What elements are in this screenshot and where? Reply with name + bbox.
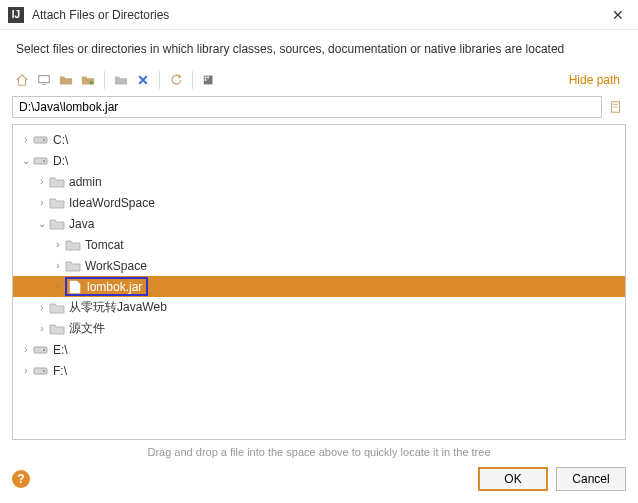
app-icon: IJ [8,7,24,23]
tree-row[interactable]: ›E:\ [13,339,625,360]
show-hidden-icon[interactable] [199,70,219,90]
tree-item-label: C:\ [53,133,68,147]
chevron-right-icon[interactable]: › [19,344,33,355]
chevron-right-icon[interactable]: › [19,365,33,376]
tree-item-label: IdeaWordSpace [69,196,155,210]
separator [104,71,105,89]
folder-icon [65,238,81,252]
drive-icon [33,154,49,168]
svg-point-15 [43,349,45,351]
desktop-icon[interactable] [34,70,54,90]
chevron-down-icon[interactable]: ⌄ [35,218,49,229]
svg-point-11 [43,139,45,141]
chevron-right-icon[interactable]: › [35,197,49,208]
svg-point-17 [43,370,45,372]
tree-item-label: admin [69,175,102,189]
tree-item-label: WorkSpace [85,259,147,273]
chevron-right-icon[interactable]: › [19,134,33,145]
tree-row[interactable]: ›lombok.jar [13,276,625,297]
hide-path-link[interactable]: Hide path [569,73,626,87]
svg-rect-12 [34,158,47,164]
svg-rect-16 [34,368,47,374]
toolbar: Hide path [0,66,638,96]
svg-rect-0 [39,76,50,83]
chevron-down-icon[interactable]: ⌄ [19,155,33,166]
path-row [0,96,638,124]
path-input[interactable] [12,96,602,118]
ok-button[interactable]: OK [478,467,548,491]
tree-row[interactable]: ›源文件 [13,318,625,339]
tree-row[interactable]: ›C:\ [13,129,625,150]
svg-point-13 [43,160,45,162]
chevron-right-icon[interactable]: › [51,281,65,292]
svg-rect-14 [34,347,47,353]
svg-rect-10 [34,137,47,143]
dialog-subtitle: Select files or directories in which lib… [0,30,638,66]
folder-icon [49,217,65,231]
new-folder-icon[interactable] [111,70,131,90]
tree-item-label: 源文件 [69,320,105,337]
drive-icon [33,133,49,147]
chevron-right-icon[interactable]: › [35,323,49,334]
tree-item-label: 从零玩转JavaWeb [69,299,167,316]
delete-icon[interactable] [133,70,153,90]
drive-icon [33,364,49,378]
tree-item-label: F:\ [53,364,67,378]
chevron-right-icon[interactable]: › [51,260,65,271]
selection-highlight: lombok.jar [65,277,148,296]
tree-row[interactable]: ›admin [13,171,625,192]
tree-row[interactable]: ›从零玩转JavaWeb [13,297,625,318]
window-title: Attach Files or Directories [32,8,606,22]
tree-row[interactable]: ⌄D:\ [13,150,625,171]
cancel-button[interactable]: Cancel [556,467,626,491]
close-icon[interactable]: ✕ [606,7,630,23]
svg-rect-4 [205,77,207,79]
separator [159,71,160,89]
titlebar: IJ Attach Files or Directories ✕ [0,0,638,30]
folder-icon [49,322,65,336]
tree-row[interactable]: ⌄Java [13,213,625,234]
tree-item-label: D:\ [53,154,68,168]
folder-icon [49,301,65,315]
svg-point-2 [90,81,94,85]
svg-rect-5 [207,77,209,79]
tree-item-label: lombok.jar [87,280,142,294]
chevron-right-icon[interactable]: › [51,239,65,250]
tree-item-label: E:\ [53,343,68,357]
separator [192,71,193,89]
project-folder-icon[interactable] [56,70,76,90]
history-icon[interactable] [606,97,626,117]
home-icon[interactable] [12,70,32,90]
drag-drop-hint: Drag and drop a file into the space abov… [0,440,638,461]
footer: ? OK Cancel [0,461,638,501]
module-folder-icon[interactable] [78,70,98,90]
drive-icon [33,343,49,357]
tree-item-label: Tomcat [85,238,124,252]
tree-row[interactable]: ›IdeaWordSpace [13,192,625,213]
tree-row[interactable]: ›WorkSpace [13,255,625,276]
folder-icon [65,259,81,273]
help-icon[interactable]: ? [12,470,30,488]
file-tree[interactable]: ›C:\⌄D:\›admin›IdeaWordSpace⌄Java›Tomcat… [12,124,626,440]
chevron-right-icon[interactable]: › [35,302,49,313]
tree-row[interactable]: ›Tomcat [13,234,625,255]
folder-icon [49,175,65,189]
folder-icon [49,196,65,210]
chevron-right-icon[interactable]: › [35,176,49,187]
refresh-icon[interactable] [166,70,186,90]
svg-rect-6 [205,79,207,81]
tree-item-label: Java [69,217,94,231]
tree-row[interactable]: ›F:\ [13,360,625,381]
file-icon [67,280,83,294]
